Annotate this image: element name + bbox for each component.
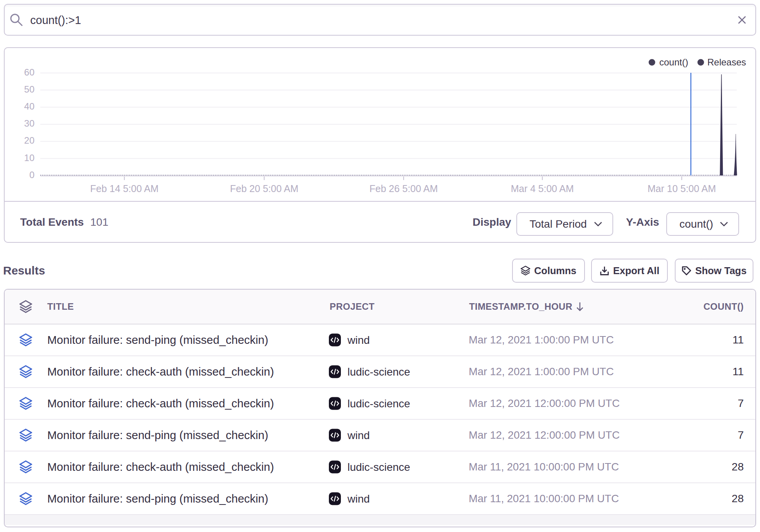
svg-text:60: 60 xyxy=(24,67,34,77)
svg-text:Feb 20 5:00 AM: Feb 20 5:00 AM xyxy=(230,183,299,194)
svg-text:0: 0 xyxy=(29,170,34,180)
svg-text:40: 40 xyxy=(24,101,34,112)
svg-text:Mar 10 5:00 AM: Mar 10 5:00 AM xyxy=(648,183,716,194)
svg-text:20: 20 xyxy=(24,135,34,146)
svg-text:50: 50 xyxy=(24,84,34,94)
svg-text:Feb 14 5:00 AM: Feb 14 5:00 AM xyxy=(90,183,159,194)
svg-text:30: 30 xyxy=(24,118,34,129)
svg-text:count(): count() xyxy=(659,57,688,67)
svg-text:10: 10 xyxy=(24,153,34,163)
svg-text:Mar 4 5:00 AM: Mar 4 5:00 AM xyxy=(511,183,574,194)
svg-text:Releases: Releases xyxy=(707,57,746,67)
svg-text:Feb 26 5:00 AM: Feb 26 5:00 AM xyxy=(370,183,438,194)
